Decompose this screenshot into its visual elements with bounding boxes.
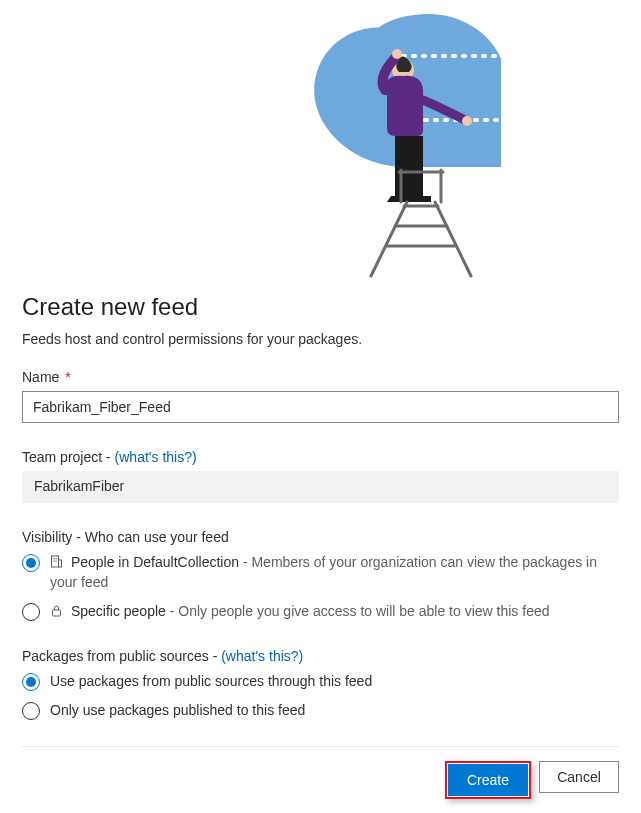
dialog-buttons: Create Cancel xyxy=(22,761,619,799)
cancel-button[interactable]: Cancel xyxy=(539,761,619,793)
public-sources-section: Packages from public sources - (what's t… xyxy=(22,648,619,720)
page-subtitle: Feeds host and control permissions for y… xyxy=(22,331,619,347)
team-project-label: Team project - (what's this?) xyxy=(22,449,619,465)
create-feed-panel: Create new feed Feeds host and control p… xyxy=(0,0,641,813)
svg-rect-4 xyxy=(52,556,59,567)
svg-point-3 xyxy=(462,116,472,126)
public-sources-option-label: Use packages from public sources through… xyxy=(50,672,372,691)
name-section: Name * xyxy=(22,369,619,423)
visibility-option-desc: Only people you give access to will be a… xyxy=(178,603,549,619)
org-icon xyxy=(50,554,63,573)
svg-rect-6 xyxy=(54,558,55,559)
name-label: Name * xyxy=(22,369,619,385)
svg-rect-10 xyxy=(53,610,61,616)
page-title: Create new feed xyxy=(22,293,619,321)
hero-illustration xyxy=(22,0,619,287)
radio-button[interactable] xyxy=(22,673,40,691)
radio-button[interactable] xyxy=(22,603,40,621)
svg-rect-7 xyxy=(56,558,57,559)
public-sources-option-use[interactable]: Use packages from public sources through… xyxy=(22,672,619,691)
visibility-option-org[interactable]: People in DefaultCollection - Members of… xyxy=(22,553,619,592)
visibility-label: Visibility - Who can use your feed xyxy=(22,529,619,545)
create-button-highlight: Create xyxy=(445,761,531,799)
radio-button[interactable] xyxy=(22,702,40,720)
visibility-option-title: People in DefaultCollection xyxy=(71,554,239,570)
svg-rect-9 xyxy=(56,561,57,562)
radio-button[interactable] xyxy=(22,554,40,572)
public-sources-option-label: Only use packages published to this feed xyxy=(50,701,305,720)
public-sources-label: Packages from public sources - (what's t… xyxy=(22,648,619,664)
cloud-reaching-illustration xyxy=(141,6,501,278)
team-project-help-link[interactable]: (what's this?) xyxy=(115,449,197,465)
name-input[interactable] xyxy=(22,391,619,423)
divider xyxy=(22,746,619,747)
public-sources-help-link[interactable]: (what's this?) xyxy=(221,648,303,664)
visibility-option-specific[interactable]: Specific people - Only people you give a… xyxy=(22,602,619,622)
team-project-section: Team project - (what's this?) FabrikamFi… xyxy=(22,449,619,503)
svg-rect-5 xyxy=(59,560,62,567)
lock-icon xyxy=(50,603,63,622)
required-indicator: * xyxy=(65,369,70,385)
svg-rect-8 xyxy=(54,561,55,562)
public-sources-option-only[interactable]: Only use packages published to this feed xyxy=(22,701,619,720)
visibility-option-title: Specific people xyxy=(71,603,166,619)
create-button[interactable]: Create xyxy=(448,764,528,796)
team-project-value: FabrikamFiber xyxy=(22,471,619,503)
svg-point-2 xyxy=(392,49,402,59)
visibility-section: Visibility - Who can use your feed Peopl… xyxy=(22,529,619,622)
